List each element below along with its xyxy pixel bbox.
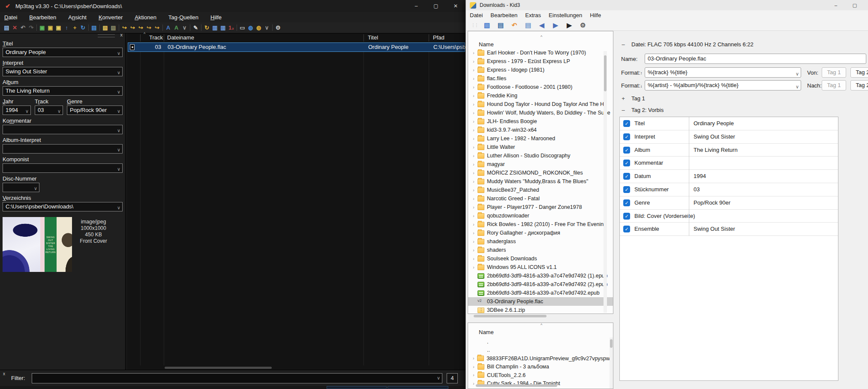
folder-icon[interactable]: ▨ [109,24,117,32]
tree-item[interactable]: › Soulseek Downloads [468,254,613,263]
expand-chevron-icon[interactable]: › [471,239,477,244]
tag-read-icon[interactable]: ▣ [38,24,46,32]
expand-chevron-icon[interactable]: › [471,136,477,141]
menu-item[interactable]: Extras [521,11,545,19]
tag-frame-row[interactable]: ✓ Stücknummer 03 [620,183,838,196]
expand-chevron-icon[interactable]: › [471,76,477,81]
expand-chevron-icon[interactable]: › [471,119,477,124]
expand-chevron-icon[interactable]: › [471,265,477,270]
tag1-to-button[interactable]: Tag 1 [822,80,846,90]
checkbox-checked[interactable]: ✓ [623,160,630,166]
expand-chevron-icon[interactable]: › [471,162,477,167]
tree-item[interactable]: › Muddy Waters ''Muddy,Brass & The Blues… [468,177,613,186]
tag1-section-header[interactable]: + Tag 1 [621,95,645,102]
frame-value[interactable]: Pop/Rock 90er [694,199,730,206]
dir-list-header[interactable]: ^ Name [468,323,613,338]
tree-item[interactable]: › Rory Gallagher - дискография [468,229,613,237]
print-icon[interactable]: ▭ [238,24,246,32]
menu-item[interactable]: Hilfe [586,11,605,19]
chevron-down-icon[interactable]: ∨ [437,375,440,381]
close-button[interactable]: ✕ [446,0,466,12]
redo-icon[interactable]: ↷ [27,24,35,32]
auto-numbering-icon[interactable]: 1₂ [227,24,235,32]
checkbox-checked[interactable]: ✓ [623,147,630,154]
chevron-down-icon[interactable]: ∨ [117,165,120,173]
remove-tag-icon[interactable]: ✕ [11,24,19,32]
menu-item[interactable]: Ansicht [64,13,91,21]
chevron-down-icon[interactable]: ∨ [796,82,799,90]
convert-filename-tag-icon[interactable]: ↪ [129,24,137,32]
tree-vertical-scrollbar[interactable] [604,51,607,313]
case-dropdown-icon[interactable]: ∨ [180,24,189,32]
dir-list-item[interactable]: › . [468,338,613,346]
column-header-pfad[interactable]: Pfad [433,34,445,41]
tag-frame-row[interactable]: ✓ Album The Living Return [620,144,838,157]
collapse-toggle-icon[interactable]: – [621,41,625,48]
dir-list-header-name[interactable]: Name [479,329,494,335]
tag-frame-row[interactable]: ✓ Titel Ordinary People [620,117,838,130]
tag-paste-icon[interactable]: ▣ [54,24,63,32]
tree-item[interactable]: › flac.files [468,74,613,83]
tree-item[interactable]: › 3DBee 2.6.1.zip [468,306,613,314]
expand-chevron-icon[interactable]: › [471,68,477,72]
filter-close-icon[interactable]: x [3,371,5,376]
expand-chevron-icon[interactable]: › [471,59,477,64]
tree-horizontal-scrollbar[interactable] [469,314,612,318]
tree-item[interactable]: › magyar [468,160,613,169]
menu-item[interactable]: Datei [0,13,21,21]
chevron-down-icon[interactable]: ∨ [117,68,120,76]
tree-item[interactable]: › Windows 95 ALL ICONS v1.1 [468,263,613,271]
frame-value[interactable]: Swing Out Sister [694,226,735,232]
expand-chevron-icon[interactable]: › [471,205,477,210]
tree-item[interactable]: › 2bb69dfd-3df9-4816-a339-a7c47e9d7492 (… [468,280,613,289]
tree-item[interactable]: › 03-Ordinary People.flac [468,297,613,306]
expand-chevron-icon[interactable]: › [471,196,477,201]
case-conversion-icon[interactable]: A [164,24,172,32]
tree-item[interactable]: › Larry Lee - 1982 - Marooned [468,134,613,143]
chevron-down-icon[interactable]: ∨ [117,87,120,96]
maximize-button[interactable]: ▢ [845,0,864,10]
expand-chevron-icon[interactable]: › [471,188,477,193]
tree-item[interactable]: › Little Walter [468,143,613,151]
menu-item[interactable]: Hilfe [206,13,226,21]
expand-chevron-icon[interactable]: › [471,102,477,107]
tree-item[interactable]: › qobuzdownloader [468,211,613,220]
edit-icon[interactable]: ✎ [192,24,200,32]
expand-chevron-icon[interactable]: › [471,214,477,218]
tag-frame-row[interactable]: ✓ Datum 1994 [620,170,838,183]
album-interpret-input[interactable]: ∨ [3,144,123,154]
album-cover-art[interactable]: SWINGOUTSISTERTHELIVINGRETURN [3,217,72,272]
tag-add-icon[interactable]: + [71,24,79,32]
genre-input[interactable]: Pop/Rock 90er∨ [67,106,123,115]
format-to-combo[interactable]: %{artist} - %{album}/%{track} %{title}∨ [645,80,801,90]
tree-item[interactable]: › Freddie King [468,91,613,100]
tree-item[interactable]: › Narcotic Greed - Fatal [468,194,613,203]
checkbox-checked[interactable]: ✓ [623,186,630,193]
frame-value[interactable]: The Living Return [694,147,738,153]
menu-item[interactable]: Datei [466,11,487,19]
tag-frame-row[interactable]: ✓ Ensemble Swing Out Sister [620,223,838,236]
menu-item[interactable]: Tag-Quellen [164,13,203,21]
tag-frame-row[interactable]: ✓ Kommentar [620,157,838,170]
scrollbar-thumb[interactable] [476,384,557,387]
interpret-input[interactable]: Swing Out Sister∨ [3,67,123,76]
format-from-combo[interactable]: %{track} %{title}∨ [645,67,801,78]
frame-value[interactable]: Swing Out Sister [694,133,735,140]
web-dropdown-icon[interactable]: ∨ [263,24,271,32]
checkbox-checked[interactable]: ✓ [623,133,630,140]
column-header-titel[interactable]: Titel [368,34,378,41]
album-input[interactable]: The Living Return∨ [3,86,123,96]
play-icon[interactable]: ▶ [565,21,574,30]
chevron-down-icon[interactable]: ∨ [117,49,120,57]
track-input[interactable]: 03∨ [35,106,63,115]
dir-horizontal-scrollbar[interactable] [470,384,611,387]
menu-item[interactable]: Aktionen [130,13,161,21]
scrollbar-thumb[interactable] [474,315,547,317]
chevron-down-icon[interactable]: ∨ [117,126,120,134]
checkbox-checked[interactable]: ✓ [623,120,630,127]
tree-header[interactable]: ^ Name [468,31,613,48]
menu-item[interactable]: Bearbeiten [487,11,521,19]
tree-item[interactable]: › Footloose - Footloose - 2001 (1980) [468,83,613,91]
frame-value[interactable]: Ordinary People [694,120,734,127]
checkbox-checked[interactable]: ✓ [623,213,630,220]
